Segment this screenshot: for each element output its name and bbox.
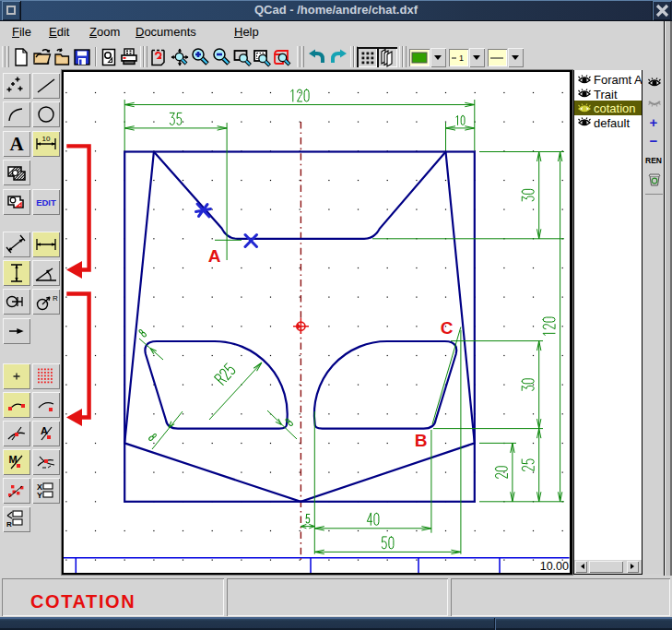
svg-text:10: 10 — [42, 135, 51, 143]
svg-text:EDIT: EDIT — [36, 197, 56, 208]
svg-text:A: A — [41, 425, 48, 436]
svg-text:R: R — [6, 520, 12, 529]
svg-text:C: C — [441, 318, 454, 338]
svg-text:Y: Y — [37, 491, 42, 500]
svg-text:R: R — [53, 294, 58, 303]
svg-text:10.00: 10.00 — [540, 560, 569, 573]
svg-text:A: A — [9, 133, 24, 155]
svg-text:A: A — [208, 246, 221, 266]
svg-text:B: B — [415, 431, 428, 450]
svg-text:1: 1 — [459, 53, 464, 63]
